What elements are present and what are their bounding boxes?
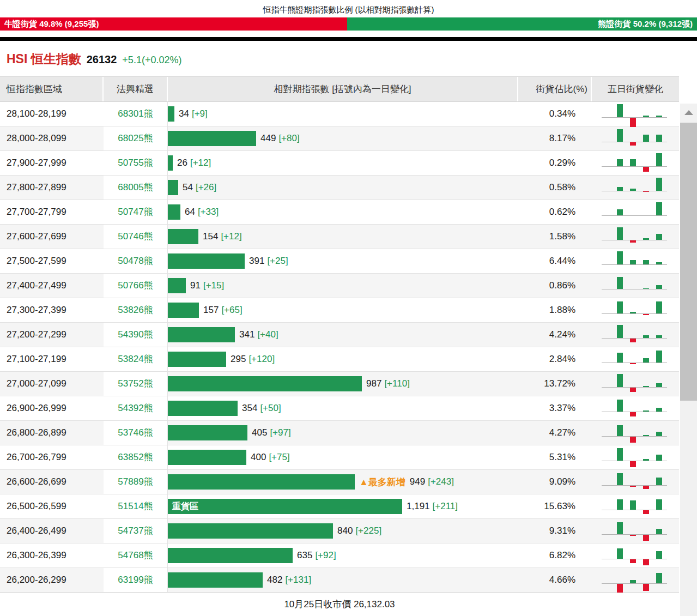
table-row: 27,700-27,799 50747熊 64 [+33] 0.62% [0, 200, 679, 225]
index-range-cell: 26,400-26,499 [0, 526, 104, 536]
spark-down-bar [617, 584, 623, 593]
header-index-range: 恒指指數區域 [0, 77, 104, 101]
index-range-cell: 27,300-27,399 [0, 305, 104, 316]
index-change: +5.1(+0.02%) [122, 55, 181, 66]
spark-up-bar [617, 548, 623, 559]
index-range-cell: 27,100-27,199 [0, 354, 104, 365]
certificate-code-link[interactable]: 50755熊 [104, 151, 168, 175]
five-day-sparkline [602, 422, 669, 444]
one-day-change: [+75] [269, 452, 289, 463]
contracts-bar-cell: 54 [+26] [168, 176, 518, 200]
table-row: 27,400-27,499 50766熊 91 [+15] 0.86% [0, 274, 679, 298]
certificate-code-link[interactable]: 50766熊 [104, 274, 168, 298]
certificate-code-link[interactable]: 68005熊 [104, 176, 168, 200]
contracts-value: 157 [203, 305, 219, 316]
certificate-code-link[interactable]: 63852熊 [104, 445, 168, 469]
certificate-code-link[interactable]: 68025熊 [104, 126, 168, 150]
five-day-sparkline [602, 397, 669, 420]
contracts-bar [168, 376, 362, 391]
spark-up-bar [617, 425, 623, 436]
spark-up-bar [656, 351, 662, 363]
outstanding-percentage: 0.62% [518, 207, 592, 218]
certificate-code-link[interactable]: 51514熊 [104, 494, 168, 518]
spark-up-bar [617, 499, 623, 510]
scroll-up-button[interactable] [680, 104, 697, 122]
certificate-code-link[interactable]: 54768熊 [104, 543, 168, 567]
five-day-sparkline [602, 177, 669, 199]
spark-up-bar [617, 353, 623, 363]
five-day-change-cell [592, 373, 679, 395]
index-range-cell: 27,600-27,699 [0, 231, 104, 242]
spark-down-bar [643, 191, 649, 192]
spark-down-bar [630, 240, 636, 243]
one-day-change: [+15] [203, 280, 224, 291]
five-day-change-cell [592, 103, 679, 125]
table-row: 26,300-26,399 54768熊 635 [+92] 6.82% [0, 543, 679, 568]
five-day-change-cell [592, 201, 679, 224]
sparkline-baseline [602, 510, 667, 510]
contracts-value: 154 [203, 231, 218, 242]
spark-up-bar [656, 383, 662, 387]
contracts-bar-cell: 354 [+50] [168, 396, 518, 420]
spark-up-bar [656, 335, 662, 338]
spark-up-bar [617, 448, 623, 461]
scrollbar-thumb[interactable] [680, 123, 697, 401]
certificate-code-link[interactable]: 50478熊 [104, 249, 168, 273]
outstanding-percentage: 0.34% [518, 108, 592, 119]
five-day-change-cell [592, 471, 679, 493]
index-range-cell: 28,000-28,099 [0, 133, 104, 144]
spark-up-bar [630, 580, 636, 583]
certificate-code-link[interactable]: 54390熊 [104, 323, 168, 347]
spark-up-bar [643, 135, 649, 142]
one-day-change: [+92] [315, 550, 336, 561]
table-row: 27,000-27,099 53752熊 987 [+110] 13.72% [0, 372, 679, 396]
table-row: 26,800-26,899 53746熊 405 [+97] 4.27% [0, 421, 679, 445]
outstanding-percentage: 4.27% [518, 427, 592, 438]
outstanding-percentage: 8.17% [518, 133, 592, 144]
contracts-bar-cell: 405 [+97] [168, 421, 518, 445]
spark-up-bar [617, 209, 623, 215]
certificate-code-link[interactable]: 53746熊 [104, 421, 168, 445]
certificate-code-link[interactable]: 54392熊 [104, 396, 168, 420]
five-day-sparkline [602, 250, 669, 273]
vertical-scrollbar[interactable] [680, 104, 697, 616]
certificates-table: 恒指指數區域 法興精選 相對期指張數 [括號內為一日變化] 街貨佔比(%) 五日… [0, 76, 679, 593]
certificate-code-link[interactable]: 54737熊 [104, 519, 168, 543]
index-range-cell: 27,200-27,299 [0, 329, 104, 340]
spark-up-bar [617, 159, 623, 166]
outstanding-percentage: 6.82% [518, 550, 592, 561]
certificate-code-link[interactable]: 50746熊 [104, 225, 168, 249]
spark-down-bar [643, 314, 649, 315]
certificate-code-link[interactable]: 68301熊 [104, 102, 168, 126]
contracts-bar [168, 548, 293, 563]
one-day-change: [+40] [257, 329, 278, 340]
certificate-code-link[interactable]: 57889熊 [104, 470, 168, 494]
spark-up-bar [643, 386, 649, 387]
one-day-change: [+243] [428, 476, 454, 487]
five-day-sparkline [602, 348, 669, 371]
certificate-code-link[interactable]: 53752熊 [104, 372, 168, 396]
certificate-code-link[interactable]: 63199熊 [104, 568, 168, 592]
contracts-bar [168, 327, 235, 342]
header-featured-code: 法興精選 [104, 77, 168, 101]
certificate-code-link[interactable]: 53826熊 [104, 298, 168, 322]
certificate-code-link[interactable]: 53824熊 [104, 347, 168, 371]
five-day-sparkline [602, 226, 669, 248]
one-day-change: [+211] [433, 501, 458, 512]
table-row: 26,700-26,799 63852熊 400 [+75] 5.31% [0, 445, 679, 470]
contracts-bar-cell: 635 [+92] [168, 543, 518, 567]
outstanding-percentage: 4.66% [518, 575, 592, 585]
contracts-bar [168, 474, 355, 490]
contracts-bar [168, 401, 238, 416]
five-day-sparkline [602, 275, 669, 297]
contracts-bar-cell: 840 [+225] [168, 519, 518, 543]
spark-up-bar [656, 529, 662, 534]
certificate-code-link[interactable]: 50747熊 [104, 200, 168, 224]
contracts-value: 34 [179, 108, 189, 119]
contracts-value: 91 [190, 280, 201, 291]
sparkline-baseline [602, 313, 667, 314]
five-day-change-cell [592, 324, 679, 346]
contracts-bar [168, 131, 256, 146]
index-summary: HSI 恒生指數 26132 +5.1(+0.02%) [7, 51, 697, 68]
contracts-bar: 重貨區 [168, 499, 402, 514]
